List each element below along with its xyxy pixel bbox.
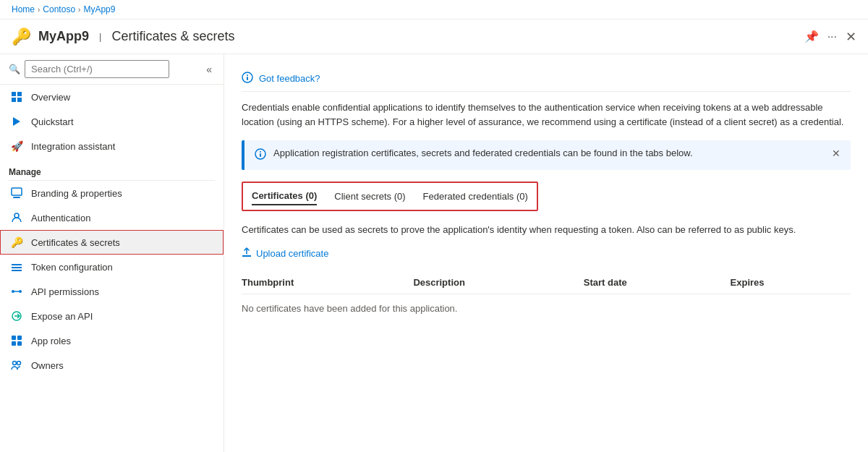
quickstart-icon — [9, 116, 24, 127]
svg-rect-16 — [17, 341, 22, 346]
info-message: Application registration certificates, s… — [273, 148, 819, 158]
overview-icon — [9, 91, 24, 103]
breadcrumb-sep-2: › — [78, 6, 80, 14]
svg-rect-2 — [12, 98, 16, 102]
tab-certificates[interactable]: Certificates (0) — [252, 187, 317, 205]
token-icon — [9, 261, 24, 273]
sidebar-item-approles-label: App roles — [31, 336, 71, 346]
svg-rect-15 — [12, 341, 16, 346]
svg-rect-4 — [12, 188, 22, 195]
app-name: MyApp9 — [38, 29, 89, 44]
sidebar-item-integration[interactable]: 🚀 Integration assistant — [0, 134, 224, 158]
sidebar-item-quickstart-label: Quickstart — [31, 116, 74, 127]
svg-point-20 — [247, 74, 248, 76]
certificates-icon: 🔑 — [9, 236, 24, 248]
svg-rect-13 — [12, 336, 16, 340]
sidebar: 🔍 « Overview Quickstart 🚀 Int — [0, 54, 224, 452]
sidebar-collapse-button[interactable]: « — [203, 61, 215, 78]
svg-point-11 — [19, 290, 22, 293]
close-button[interactable]: ✕ — [846, 29, 856, 45]
breadcrumb-contoso[interactable]: Contoso — [43, 4, 75, 14]
sidebar-item-token[interactable]: Token configuration — [0, 255, 224, 279]
tabs-container: Certificates (0) Client secrets (0) Fede… — [242, 182, 538, 211]
auth-icon — [9, 212, 24, 223]
search-input[interactable] — [25, 60, 169, 78]
description-text: Credentials enable confidential applicat… — [242, 101, 851, 129]
svg-point-17 — [13, 362, 17, 365]
sidebar-item-authentication[interactable]: Authentication — [0, 205, 224, 230]
col-description: Description — [413, 271, 583, 294]
sidebar-item-api-label: API permissions — [31, 286, 99, 297]
feedback-label: Got feedback? — [259, 73, 320, 84]
svg-rect-3 — [17, 98, 22, 102]
sidebar-search-container: 🔍 « — [0, 54, 224, 85]
sidebar-item-token-label: Token configuration — [31, 262, 113, 273]
feedback-bar[interactable]: Got feedback? — [242, 66, 851, 92]
tab-federated[interactable]: Federated credentials (0) — [423, 188, 528, 205]
svg-point-18 — [17, 362, 21, 365]
sidebar-item-branding[interactable]: Branding & properties — [0, 181, 224, 205]
sidebar-item-authentication-label: Authentication — [31, 213, 90, 223]
svg-point-23 — [260, 151, 261, 153]
owners-icon — [9, 359, 24, 371]
sidebar-item-branding-label: Branding & properties — [31, 188, 122, 199]
top-bar-left: 🔑 MyApp9 | Certificates & secrets — [12, 27, 234, 46]
sidebar-item-owners-label: Owners — [31, 360, 64, 371]
sidebar-nav: Overview Quickstart 🚀 Integration assist… — [0, 85, 224, 452]
svg-rect-7 — [12, 264, 22, 265]
svg-rect-24 — [260, 153, 261, 157]
expose-icon — [9, 310, 24, 322]
content-area: Got feedback? Credentials enable confide… — [224, 54, 868, 452]
svg-rect-21 — [247, 77, 248, 80]
more-button[interactable]: ··· — [827, 30, 837, 43]
sidebar-item-expose[interactable]: Expose an API — [0, 304, 224, 328]
top-bar-actions: 📌 ··· ✕ — [804, 29, 856, 45]
search-icon: 🔍 — [9, 64, 20, 74]
svg-point-6 — [14, 213, 19, 218]
page-title: Certificates & secrets — [111, 29, 234, 44]
app-icon: 🔑 — [12, 27, 31, 46]
integration-icon: 🚀 — [9, 140, 24, 152]
sidebar-item-approles[interactable]: App roles — [0, 328, 224, 353]
svg-rect-8 — [12, 267, 22, 268]
upload-icon — [242, 247, 252, 260]
title-divider: | — [99, 31, 101, 42]
col-start-date: Start date — [584, 271, 731, 294]
approles-icon — [9, 335, 24, 346]
info-close-button[interactable]: ✕ — [832, 148, 841, 159]
sidebar-item-expose-label: Expose an API — [31, 311, 93, 322]
breadcrumb: Home › Contoso › MyApp9 — [0, 0, 868, 20]
svg-rect-0 — [12, 92, 16, 96]
svg-point-10 — [12, 290, 14, 293]
main-layout: 🔍 « Overview Quickstart 🚀 Int — [0, 54, 868, 452]
branding-icon — [9, 187, 24, 199]
sidebar-item-integration-label: Integration assistant — [31, 141, 115, 152]
svg-rect-9 — [12, 270, 22, 271]
certificates-table: Thumbprint Description Start date Expire… — [242, 271, 851, 321]
breadcrumb-sep-1: › — [38, 6, 40, 14]
sidebar-item-certificates-label: Certificates & secrets — [31, 237, 120, 248]
manage-section-label: Manage — [0, 158, 224, 180]
section-description: Certificates can be used as secrets to p… — [242, 223, 851, 237]
svg-rect-5 — [13, 197, 20, 198]
upload-certificate-label: Upload certificate — [256, 248, 328, 259]
tab-client-secrets[interactable]: Client secrets (0) — [334, 188, 405, 205]
sidebar-item-api[interactable]: API permissions — [0, 279, 224, 304]
top-bar: 🔑 MyApp9 | Certificates & secrets 📌 ··· … — [0, 20, 868, 54]
info-box: Application registration certificates, s… — [242, 140, 851, 170]
breadcrumb-myapp9[interactable]: MyApp9 — [83, 4, 115, 14]
empty-message: No certificates have been added for this… — [242, 294, 851, 321]
sidebar-item-certificates[interactable]: 🔑 Certificates & secrets — [0, 230, 224, 255]
col-thumbprint: Thumbprint — [242, 271, 413, 294]
svg-rect-14 — [17, 336, 22, 340]
sidebar-item-owners[interactable]: Owners — [0, 353, 224, 378]
col-expires: Expires — [731, 271, 851, 294]
sidebar-item-overview[interactable]: Overview — [0, 85, 224, 109]
sidebar-item-quickstart[interactable]: Quickstart — [0, 109, 224, 134]
feedback-icon — [242, 72, 253, 85]
breadcrumb-home[interactable]: Home — [12, 4, 35, 14]
empty-message-row: No certificates have been added for this… — [242, 294, 851, 321]
info-icon — [255, 148, 266, 163]
pin-button[interactable]: 📌 — [804, 30, 819, 43]
upload-certificate-link[interactable]: Upload certificate — [242, 247, 851, 260]
